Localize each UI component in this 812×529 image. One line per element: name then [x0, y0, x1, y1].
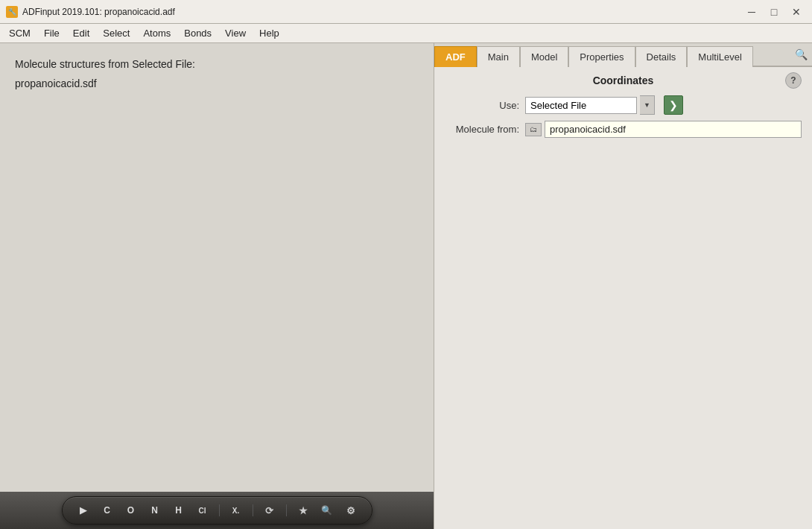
close-button[interactable]: ✕ [787, 4, 806, 19]
favorites-tool-button[interactable]: ★ [294, 501, 312, 519]
toolbar-separator-2 [253, 504, 253, 516]
tab-adf[interactable]: ADF [434, 46, 477, 67]
molecule-from-control-group: 🗂 propanoicacid.sdf [525, 121, 802, 138]
tab-main[interactable]: Main [477, 46, 520, 67]
search-tool-button[interactable]: 🔍 [318, 501, 336, 519]
use-dropdown-value: Selected File [530, 100, 586, 111]
use-dropdown-arrow[interactable]: ▼ [640, 95, 655, 115]
menu-edit[interactable]: Edit [67, 26, 95, 40]
tab-properties[interactable]: Properties [568, 46, 635, 67]
molecule-filename-label: propanoicacid.sdf [15, 77, 419, 89]
menu-bar: SCM File Edit Select Atoms Bonds View He… [0, 24, 812, 43]
molecule-structures-label: Molecule structures from Selected File: [15, 58, 419, 70]
crystal-tool-button[interactable]: X. [227, 501, 245, 519]
title-text: ADFinput 2019.101: propanoicacid.adf [22, 7, 175, 17]
tab-model[interactable]: Model [520, 46, 568, 67]
minimize-button[interactable]: ─ [742, 4, 761, 19]
use-row: Use: Selected File ▼ ❯ [445, 95, 802, 115]
toolbar-separator-1 [219, 504, 220, 516]
menu-atoms[interactable]: Atoms [137, 26, 177, 40]
use-label: Use: [445, 100, 519, 111]
oxygen-tool-button[interactable]: O [122, 501, 140, 519]
menu-view[interactable]: View [219, 26, 252, 40]
right-panel: ADF Main Model Properties Details MultiL… [434, 43, 812, 529]
menu-help[interactable]: Help [253, 26, 285, 40]
bottom-toolbar: ▶ C O N H Cl X. ⟳ ★ 🔍 ⚙ [0, 492, 434, 529]
molecule-from-row: Molecule from: 🗂 propanoicacid.sdf [445, 121, 802, 138]
settings-tool-button[interactable]: ⚙ [342, 501, 360, 519]
title-left: 🔧 ADFinput 2019.101: propanoicacid.adf [6, 6, 175, 18]
rotate-tool-button[interactable]: ⟳ [261, 501, 279, 519]
tab-details[interactable]: Details [635, 46, 688, 67]
menu-file[interactable]: File [38, 26, 66, 40]
use-control-group: Selected File ▼ ❯ [525, 95, 802, 115]
menu-bonds[interactable]: Bonds [178, 26, 218, 40]
carbon-tool-button[interactable]: C [98, 501, 116, 519]
help-button[interactable]: ? [785, 72, 802, 89]
cursor-tool-button[interactable]: ▶ [74, 501, 92, 519]
molecule-from-label: Molecule from: [445, 124, 519, 135]
app-icon: 🔧 [6, 6, 18, 18]
left-panel: Molecule structures from Selected File: … [0, 43, 434, 529]
main-area: Molecule structures from Selected File: … [0, 43, 812, 529]
menu-scm[interactable]: SCM [3, 26, 37, 40]
file-browse-button[interactable]: 🗂 [525, 123, 542, 136]
window-controls: ─ □ ✕ [742, 4, 806, 19]
tab-multilevel[interactable]: MultiLevel [687, 46, 753, 67]
coordinates-title: Coordinates [593, 75, 654, 86]
toolbar-separator-3 [286, 504, 287, 516]
maximize-button[interactable]: □ [764, 4, 784, 19]
menu-select[interactable]: Select [97, 26, 136, 40]
toolbar-inner: ▶ C O N H Cl X. ⟳ ★ 🔍 ⚙ [62, 496, 372, 525]
use-dropdown[interactable]: Selected File [525, 97, 637, 114]
right-content: Coordinates ? Use: Selected File ▼ ❯ Mol… [434, 67, 812, 529]
tab-bar: ADF Main Model Properties Details MultiL… [434, 43, 812, 67]
filename-input[interactable]: propanoicacid.sdf [545, 121, 802, 138]
title-bar: 🔧 ADFinput 2019.101: propanoicacid.adf ─… [0, 0, 812, 24]
coordinates-header: Coordinates ? [445, 75, 802, 86]
molecule-area: Molecule structures from Selected File: … [0, 43, 434, 492]
next-button[interactable]: ❯ [664, 95, 683, 115]
nitrogen-tool-button[interactable]: N [146, 501, 164, 519]
chlorine-tool-button[interactable]: Cl [194, 501, 212, 519]
tab-search-button[interactable]: 🔍 [790, 43, 812, 66]
hydrogen-tool-button[interactable]: H [170, 501, 188, 519]
